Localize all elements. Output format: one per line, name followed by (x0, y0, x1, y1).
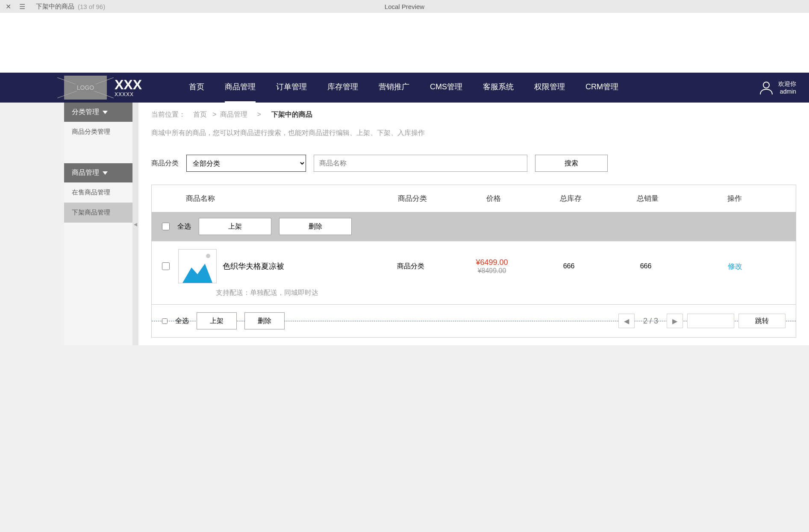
row-price: ¥6499.00 ¥8499.00 (453, 258, 530, 275)
row-checkbox[interactable] (162, 262, 170, 270)
product-thumbnail (178, 249, 217, 283)
breadcrumb-sep: > (257, 111, 261, 118)
user-text: 欢迎你 admin (778, 80, 796, 95)
nav-support[interactable]: 客服系统 (483, 72, 514, 103)
sidebar-item-offsale[interactable]: 下架商品管理 (64, 203, 132, 223)
th-operation: 操作 (686, 194, 783, 203)
th-stock: 总库存 (532, 194, 609, 203)
page-tab-count: (13 of 96) (78, 3, 105, 10)
filter-category-label: 商品分类 (151, 159, 179, 168)
price-original: ¥8499.00 (453, 267, 530, 275)
row-sales: 666 (607, 262, 684, 270)
nav-permissions[interactable]: 权限管理 (534, 72, 565, 103)
delete-button-bottom[interactable]: 删除 (244, 312, 285, 329)
row-stock: 666 (530, 262, 607, 270)
action-bar-top: 全选 上架 删除 (152, 212, 796, 241)
username: admin (778, 88, 796, 95)
page-jump-button[interactable]: 跳转 (738, 314, 785, 328)
sidebar-item-category-mgmt[interactable]: 商品分类管理 (64, 122, 132, 142)
user-area[interactable]: 欢迎你 admin (759, 80, 796, 95)
select-all-checkbox-top[interactable] (162, 223, 170, 230)
nav-home[interactable]: 首页 (189, 72, 204, 103)
brand-sub: XXXXX (115, 91, 142, 97)
welcome-text: 欢迎你 (778, 80, 796, 88)
sidebar-group-product-label: 商品管理 (72, 168, 99, 177)
menu-icon[interactable]: ☰ (17, 3, 27, 11)
main-layout: 分类管理 商品分类管理 商品管理 在售商品管理 下架商品管理 ◂ 当前位置： 首… (64, 103, 809, 345)
select-all-label: 全选 (177, 222, 191, 231)
th-price: 价格 (455, 194, 532, 203)
user-icon (759, 80, 774, 95)
page-next-button[interactable]: ▶ (667, 314, 683, 328)
chevron-down-icon (103, 171, 108, 175)
row-category: 商品分类 (368, 262, 453, 271)
th-sales: 总销量 (609, 194, 686, 203)
page-input[interactable] (687, 314, 734, 328)
select-all-checkbox-bottom[interactable] (162, 318, 168, 324)
price-current: ¥6499.00 (453, 258, 530, 267)
sidebar-group-category[interactable]: 分类管理 (64, 103, 132, 122)
sidebar-item-onsale[interactable]: 在售商品管理 (64, 182, 132, 203)
nav-inventory-mgmt[interactable]: 库存管理 (327, 72, 358, 103)
page-tab-title: 下架中的商品 (36, 3, 74, 11)
nav-cms[interactable]: CMS管理 (430, 72, 462, 103)
breadcrumb: 当前位置： 首页 > 商品管理 > 下架中的商品 (151, 110, 796, 119)
breadcrumb-current: 下架中的商品 (271, 111, 312, 118)
logo-placeholder: LOGO (64, 76, 107, 100)
filter-row: 商品分类 全部分类 搜索 (151, 155, 796, 172)
sidebar-group-product[interactable]: 商品管理 (64, 163, 132, 182)
onshelf-button-top[interactable]: 上架 (199, 218, 271, 235)
nav-crm[interactable]: CRM管理 (585, 72, 618, 103)
sidebar-group-category-label: 分类管理 (72, 108, 99, 117)
search-button[interactable]: 搜索 (535, 155, 608, 172)
main-nav: 首页 商品管理 订单管理 库存管理 营销推广 CMS管理 客服系统 权限管理 C… (189, 72, 618, 103)
th-name: 商品名称 (165, 194, 370, 203)
brand-block: XXX XXXXX (115, 78, 142, 97)
preview-label: Local Preview (385, 3, 424, 10)
app-topbar: ✕ ☰ 下架中的商品 (13 of 96) Local Preview (0, 0, 809, 13)
filter-name-input[interactable] (314, 155, 527, 172)
close-icon[interactable]: ✕ (4, 3, 12, 11)
table-row: 色织华夫格夏凉被 商品分类 ¥6499.00 ¥8499.00 666 666 … (152, 241, 796, 286)
breadcrumb-label: 当前位置： (151, 111, 185, 118)
chevron-down-icon (103, 111, 108, 114)
image-placeholder-icon (206, 254, 210, 258)
pagination: ◀ 2 / 3 ▶ 跳转 (618, 314, 785, 328)
page-description: 商城中所有的商品，您可以对商品进行搜索，也能对商品进行编辑、上架、下架、入库操作 (151, 129, 796, 138)
breadcrumb-level2[interactable]: 商品管理 (220, 111, 247, 118)
breadcrumb-sep: > (212, 111, 216, 118)
edit-link[interactable]: 修改 (728, 262, 742, 270)
sidebar-drag-handle[interactable]: ◂ (132, 103, 138, 345)
onshelf-button-bottom[interactable]: 上架 (197, 312, 237, 329)
brand-name: XXX (115, 78, 142, 91)
logo-text: LOGO (75, 84, 96, 91)
blank-area (0, 13, 809, 73)
svg-point-0 (763, 82, 769, 88)
select-all-label-bottom: 全选 (175, 317, 189, 326)
page-indicator: 2 / 3 (639, 317, 662, 326)
table-header: 商品名称 商品分类 价格 总库存 总销量 操作 (152, 185, 796, 212)
nav-product-mgmt[interactable]: 商品管理 (225, 72, 256, 103)
nav-marketing[interactable]: 营销推广 (379, 72, 409, 103)
main-header: LOGO XXX XXXXX 首页 商品管理 订单管理 库存管理 营销推广 CM… (0, 73, 809, 103)
sidebar: 分类管理 商品分类管理 商品管理 在售商品管理 下架商品管理 (64, 103, 132, 345)
content-area: 当前位置： 首页 > 商品管理 > 下架中的商品 商城中所有的商品，您可以对商品… (138, 103, 809, 345)
delete-button-top[interactable]: 删除 (279, 218, 352, 235)
product-name: 色织华夫格夏凉被 (223, 261, 368, 271)
product-table: 商品名称 商品分类 价格 总库存 总销量 操作 全选 上架 删除 色织华夫格夏凉 (151, 185, 796, 338)
action-bar-bottom: 全选 上架 删除 ◀ 2 / 3 ▶ 跳转 (152, 304, 796, 337)
page-prev-button[interactable]: ◀ (618, 314, 635, 328)
th-category: 商品分类 (370, 194, 455, 203)
nav-order-mgmt[interactable]: 订单管理 (276, 72, 307, 103)
delivery-info: 支持配送：单独配送，同城即时达 (152, 286, 796, 304)
filter-category-select[interactable]: 全部分类 (186, 155, 306, 172)
breadcrumb-home[interactable]: 首页 (193, 111, 207, 118)
image-placeholder-icon (182, 264, 212, 283)
